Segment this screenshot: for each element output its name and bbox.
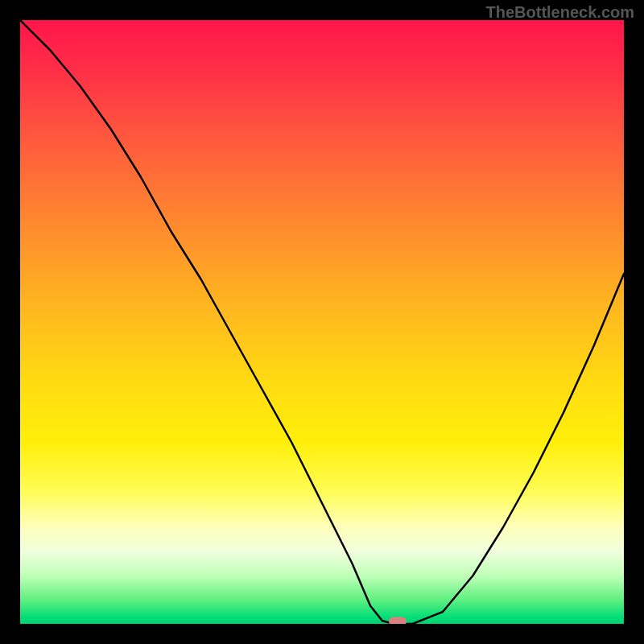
watermark-text: TheBottleneck.com	[486, 3, 634, 22]
optimal-marker	[389, 617, 407, 625]
bottleneck-curve	[20, 20, 624, 624]
plot-area	[20, 20, 624, 624]
